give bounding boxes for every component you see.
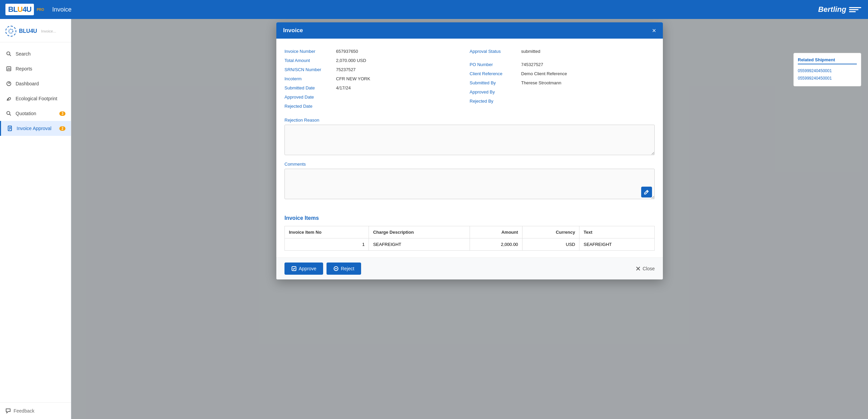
invoice-items-section: Invoice Items Invoice Item No Charge Des… (276, 215, 663, 257)
close-x-icon (636, 266, 640, 271)
reports-icon (5, 65, 12, 72)
incoterm-label: Incoterm (284, 76, 332, 81)
table-header-row: Invoice Item No Charge Description Amoun… (285, 226, 655, 238)
modal-close-x-button[interactable]: × (652, 27, 656, 34)
srn-scn-label: SRN/SCN Number (284, 67, 332, 72)
invoice-badge: 2 (59, 126, 65, 131)
svg-line-2 (9, 55, 11, 56)
invoice-details-left: Invoice Number 657937650 Total Amount 2,… (284, 47, 470, 111)
invoice-details-right: Approval Status submitted PO Number 7453… (470, 47, 655, 111)
submitted-by-value: Therese Strootmann (521, 80, 561, 85)
client-reference-row: Client Reference Demo Client Reference (470, 69, 655, 78)
approve-label: Approve (299, 266, 316, 271)
sidebar-brand-name: BLU4U (19, 28, 37, 34)
reject-label: Reject (341, 266, 354, 271)
sidebar-item-search-label: Search (16, 51, 31, 57)
client-reference-value: Demo Client Reference (521, 71, 567, 76)
total-amount-label: Total Amount (284, 58, 332, 63)
rejected-by-row: Rejected By (470, 97, 655, 106)
sidebar: BLU4U Invoice... Search (0, 19, 71, 419)
cell-amount: 2,000.00 (470, 238, 522, 251)
modal-footer: Approve Reject Close (276, 257, 663, 279)
sidebar-item-reports-label: Reports (16, 66, 32, 71)
incoterm-value: CFR NEW YORK (336, 76, 370, 81)
sidebar-item-ecological-label: Ecological Footprint (16, 96, 57, 101)
rejection-reason-label: Rejection Reason (284, 118, 655, 123)
table-row: 1 SEAFREIGHT 2,000.00 USD SEAFREIGHT (285, 238, 655, 251)
invoice-number-row: Invoice Number 657937650 (284, 47, 470, 56)
reject-button[interactable]: Reject (327, 263, 361, 275)
pro-badge: PRO (37, 8, 44, 12)
approval-status-row: Approval Status submitted (470, 47, 655, 56)
srn-scn-row: SRN/SCN Number 75237527 (284, 65, 470, 74)
feedback-icon (5, 408, 11, 414)
brand-icon (5, 26, 16, 37)
feedback-label: Feedback (14, 408, 34, 414)
invoice-number-label: Invoice Number (284, 49, 332, 54)
modal-title: Invoice (283, 27, 303, 34)
sidebar-nav: Search Reports (0, 42, 71, 402)
cell-charge-desc: SEAFREIGHT (369, 238, 470, 251)
submitted-by-label: Submitted By (470, 80, 517, 85)
po-number-label: PO Number (470, 62, 517, 67)
bertling-logo: Bertling (818, 5, 861, 14)
cell-item-no: 1 (285, 238, 369, 251)
invoice-details-grid: Invoice Number 657937650 Total Amount 2,… (284, 47, 655, 111)
sidebar-item-ecological[interactable]: Ecological Footprint (0, 91, 71, 106)
sidebar-item-reports[interactable]: Reports (0, 61, 71, 76)
rejection-reason-textarea[interactable] (284, 125, 655, 155)
total-amount-row: Total Amount 2,070.000 USD (284, 56, 470, 65)
quotation-icon (5, 110, 12, 117)
dashboard-icon (5, 80, 12, 87)
col-header-charge-desc: Charge Description (369, 226, 470, 238)
approval-status-value: submitted (521, 49, 540, 54)
sidebar-footer: Feedback (0, 402, 71, 419)
close-button[interactable]: Close (636, 266, 655, 271)
sidebar-item-quotation-label: Quotation (16, 111, 36, 116)
sidebar-item-search[interactable]: Search (0, 46, 71, 61)
svg-line-17 (647, 191, 648, 192)
bertling-lines-icon (849, 7, 861, 12)
incoterm-row: Incoterm CFR NEW YORK (284, 74, 470, 83)
rejected-by-label: Rejected By (470, 99, 517, 104)
sidebar-item-dashboard[interactable]: Dashboard (0, 76, 71, 91)
close-label: Close (643, 266, 655, 271)
col-header-item-no: Invoice Item No (285, 226, 369, 238)
approval-status-label: Approval Status (470, 49, 517, 54)
col-header-currency: Currency (522, 226, 579, 238)
svg-line-12 (9, 114, 11, 116)
submitted-by-row: Submitted By Therese Strootmann (470, 78, 655, 87)
main-content: Related Shipment 055999240450001 0559992… (71, 19, 868, 419)
svg-point-0 (9, 29, 13, 33)
invoice-number-value: 657937650 (336, 49, 358, 54)
col-header-text: Text (579, 226, 655, 238)
po-number-row-2: PO Number 745327527 (470, 60, 655, 69)
quotation-badge: 3 (59, 111, 65, 116)
comments-textarea[interactable] (284, 169, 655, 199)
approved-date-label: Approved Date (284, 95, 332, 100)
po-number-value: 745327527 (521, 62, 543, 67)
submitted-date-label: Submitted Date (284, 85, 332, 90)
cell-text: SEAFREIGHT (579, 238, 655, 251)
modal-container: Invoice × Invoice Number 657937650 (276, 22, 663, 279)
comments-label: Comments (284, 162, 655, 167)
client-reference-label: Client Reference (470, 71, 517, 76)
logo-box: BLU4U (5, 4, 34, 15)
sidebar-item-invoice-label: Invoice Approval (17, 126, 52, 131)
invoice-items-table: Invoice Item No Charge Description Amoun… (284, 226, 655, 251)
rejected-date-label: Rejected Date (284, 104, 332, 109)
modal-header: Invoice × (276, 22, 663, 39)
total-amount-value: 2,070.000 USD (336, 58, 366, 63)
comments-edit-button[interactable] (641, 187, 652, 197)
leaf-icon (5, 95, 12, 102)
po-number-row (470, 56, 655, 60)
app-logo: BLU4U PRO (5, 4, 44, 15)
approve-button[interactable]: Approve (284, 263, 323, 275)
reject-circle-icon (333, 266, 339, 271)
sidebar-item-invoice-approval[interactable]: Invoice Approval 2 (0, 121, 71, 136)
feedback-button[interactable]: Feedback (5, 408, 65, 414)
sidebar-item-quotation[interactable]: Quotation 3 (0, 106, 71, 121)
srn-scn-value: 75237527 (336, 67, 356, 72)
edit-icon (644, 190, 649, 194)
top-bar-title: Invoice (52, 6, 72, 13)
